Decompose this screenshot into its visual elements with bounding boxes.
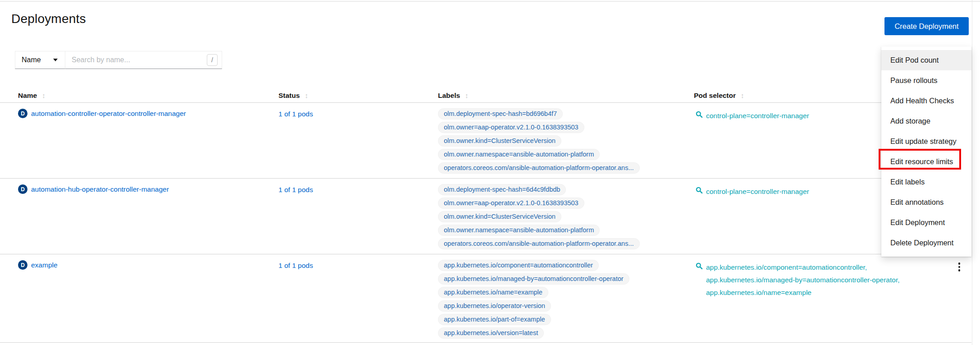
deployment-name-cell: Dautomation-hub-operator-controller-mana… — [18, 184, 169, 194]
pod-selector-link[interactable]: app.kubernetes.io/component=automationco… — [706, 261, 900, 299]
label-pill[interactable]: operators.coreos.com/ansible-automation-… — [438, 162, 640, 174]
table-row: Dautomation-hub-operator-controller-mana… — [0, 179, 971, 254]
pod-selector-link[interactable]: control-plane=controller-manager — [706, 185, 809, 198]
label-pill[interactable]: olm.deployment-spec-hash=bd696b4f7 — [438, 108, 563, 120]
search-field: / — [65, 51, 222, 69]
filter-type-dropdown[interactable]: Name — [15, 51, 65, 69]
menu-item-edit-pod-count[interactable]: Edit Pod count — [881, 50, 971, 70]
labels-cell: app.kubernetes.io/component=automationco… — [438, 260, 629, 341]
label-pill[interactable]: olm.owner.kind=ClusterServiceVersion — [438, 135, 561, 147]
pod-selector-cell: control-plane=controller-manager — [696, 185, 809, 198]
deployment-kind-badge: D — [18, 260, 27, 270]
label-pill[interactable]: olm.owner.namespace=ansible-automation-p… — [438, 149, 600, 160]
pod-selector-link[interactable]: control-plane=controller-manager — [706, 110, 809, 122]
column-header-label: Status — [278, 92, 300, 100]
keyboard-shortcut-badge: / — [207, 54, 218, 66]
sort-icon: ↕ — [465, 92, 469, 99]
column-header-label: Labels — [438, 92, 460, 100]
table-row: Dexample1 of 1 podsapp.kubernetes.io/com… — [0, 254, 971, 343]
label-pill[interactable]: olm.owner=aap-operator.v2.1.0-0.16383935… — [438, 198, 584, 209]
deployment-name-link[interactable]: automation-controller-operator-controlle… — [31, 110, 186, 118]
sort-icon: ↕ — [305, 92, 308, 99]
menu-item-edit-resource-limits[interactable]: Edit resource limits — [881, 152, 971, 172]
create-deployment-button[interactable]: Create Deployment — [884, 17, 969, 35]
column-header-name[interactable]: Name↕ — [18, 88, 46, 103]
filter-toolbar: Name / — [15, 51, 222, 69]
table-header-row: Name↕Status↕Labels↕Pod selector↕ — [0, 88, 971, 103]
menu-item-delete-deployment[interactable]: Delete Deployment — [881, 233, 971, 253]
label-pill[interactable]: app.kubernetes.io/component=automationco… — [438, 260, 599, 271]
deployment-name-link[interactable]: automation-hub-operator-controller-manag… — [31, 185, 169, 193]
label-pill[interactable]: operators.coreos.com/ansible-automation-… — [438, 238, 640, 249]
label-pill[interactable]: olm.owner=aap-operator.v2.1.0-0.16383935… — [438, 122, 584, 133]
label-pill[interactable]: app.kubernetes.io/operator-version — [438, 300, 551, 312]
label-pill[interactable]: app.kubernetes.io/name=example — [438, 287, 548, 298]
action-menu-list: Edit Pod countPause rolloutsAdd Health C… — [881, 50, 971, 253]
page-top-divider — [0, 1, 980, 2]
deployment-kind-badge: D — [18, 184, 27, 194]
deployment-kind-badge: D — [18, 109, 27, 118]
search-icon — [696, 187, 703, 198]
column-header-label: Name — [18, 92, 37, 100]
search-input[interactable] — [65, 51, 222, 69]
column-header-label: Pod selector — [694, 92, 736, 100]
deployment-name-cell: Dexample — [18, 260, 58, 270]
pods-status-link[interactable]: 1 of 1 pods — [278, 262, 313, 270]
menu-item-edit-annotations[interactable]: Edit annotations — [881, 192, 971, 212]
pods-status-link[interactable]: 1 of 1 pods — [278, 186, 313, 194]
labels-cell: olm.deployment-spec-hash=6d4c9fdbdbolm.o… — [438, 184, 640, 252]
label-pill[interactable]: olm.owner.kind=ClusterServiceVersion — [438, 211, 561, 222]
search-icon — [696, 111, 703, 122]
label-pill[interactable]: app.kubernetes.io/managed-by=automationc… — [438, 273, 629, 285]
label-pill[interactable]: app.kubernetes.io/part-of=example — [438, 314, 551, 325]
labels-cell: olm.deployment-spec-hash=bd696b4f7olm.ow… — [438, 108, 640, 176]
label-pill[interactable]: olm.owner.namespace=ansible-automation-p… — [438, 225, 600, 236]
menu-item-pause-rollouts[interactable]: Pause rollouts — [881, 70, 971, 91]
pod-selector-line: control-plane=controller-manager — [706, 110, 809, 122]
pod-selector-cell: app.kubernetes.io/component=automationco… — [696, 261, 900, 299]
menu-item-edit-update-strategy[interactable]: Edit update strategy — [881, 131, 971, 152]
table-row: Dautomation-controller-operator-controll… — [0, 103, 971, 179]
sort-icon: ↕ — [741, 92, 744, 99]
column-header-status[interactable]: Status↕ — [278, 88, 308, 103]
action-menu: Edit Pod countPause rolloutsAdd Health C… — [881, 46, 971, 257]
menu-item-edit-labels[interactable]: Edit labels — [881, 172, 971, 192]
deployment-name-link[interactable]: example — [31, 261, 58, 269]
pod-selector-line: app.kubernetes.io/managed-by=automationc… — [706, 274, 900, 286]
label-pill[interactable]: olm.deployment-spec-hash=6d4c9fdbdb — [438, 184, 566, 195]
search-icon — [696, 262, 703, 299]
right-edge-divider — [972, 0, 972, 345]
pod-selector-cell: control-plane=controller-manager — [696, 110, 809, 122]
page-title: Deployments — [11, 12, 86, 26]
deployment-name-cell: Dautomation-controller-operator-controll… — [18, 109, 186, 118]
pods-status-link[interactable]: 1 of 1 pods — [278, 110, 313, 118]
chevron-down-icon — [53, 59, 58, 61]
filter-type-label: Name — [22, 56, 41, 64]
menu-item-add-health-checks[interactable]: Add Health Checks — [881, 91, 971, 111]
pod-selector-line: control-plane=controller-manager — [706, 185, 809, 198]
label-pill[interactable]: app.kubernetes.io/version=latest — [438, 327, 544, 339]
column-header-pod-selector[interactable]: Pod selector↕ — [694, 88, 744, 103]
menu-item-edit-deployment[interactable]: Edit Deployment — [881, 212, 971, 233]
pod-selector-line: app.kubernetes.io/component=automationco… — [706, 261, 900, 274]
pod-selector-line: app.kubernetes.io/name=example — [706, 286, 900, 299]
kebab-menu-icon[interactable] — [955, 261, 963, 273]
sort-icon: ↕ — [42, 92, 46, 99]
menu-item-add-storage[interactable]: Add storage — [881, 111, 971, 131]
column-header-labels[interactable]: Labels↕ — [438, 88, 469, 103]
